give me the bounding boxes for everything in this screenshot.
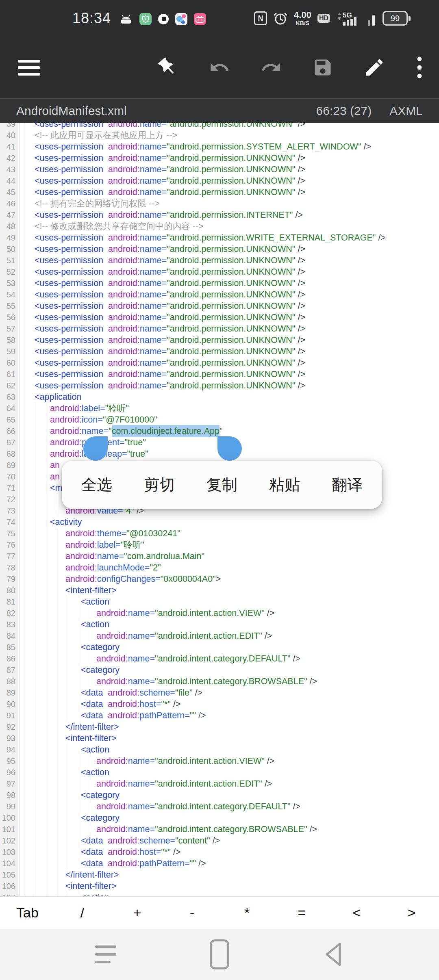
code-line[interactable]: 92</intent-filter> [0,721,439,733]
token-tag: <category [81,790,120,800]
overflow-menu-button[interactable] [400,43,439,92]
token-tag: <uses-permission [35,187,103,197]
pin-button[interactable] [142,43,193,92]
symbol-key[interactable]: Tab [0,897,55,929]
code-line[interactable]: 52<uses-permission android:name="android… [0,266,439,278]
code-line[interactable]: 65android:icon="@7F010000" [0,414,439,425]
code-line[interactable]: 96<action [0,767,439,778]
selection-handle-right[interactable] [217,436,242,461]
code-line[interactable]: 89<data android:scheme="file" /> [0,687,439,698]
undo-button[interactable] [193,43,245,92]
symbol-key[interactable]: - [165,897,220,929]
code-line[interactable]: 54<uses-permission android:name="android… [0,289,439,300]
code-line[interactable]: 80<intent-filter> [0,585,439,596]
code-line[interactable]: 60<uses-permission android:name="android… [0,357,439,369]
context-menu-item[interactable]: 翻译 [332,475,363,495]
code-text: <uses-permission android:name="android.p… [35,323,305,334]
code-line[interactable]: 105</intent-filter> [0,869,439,880]
code-line[interactable]: 79android:configChanges="0x000004A0"> [0,573,439,585]
code-line[interactable]: 45<uses-permission android:name="android… [0,186,439,198]
token-val: "android.intent.action.VIEW" [155,608,265,618]
code-line[interactable]: 51<uses-permission android:name="android… [0,255,439,266]
symbol-key[interactable]: < [329,897,384,929]
code-line[interactable]: 100<category [0,812,439,824]
context-menu-item[interactable]: 粘贴 [269,475,300,495]
back-button[interactable] [309,934,358,975]
code-line[interactable]: 99android:name="android.intent.category.… [0,801,439,812]
code-text: <category [81,812,120,824]
code-line[interactable]: 56<uses-permission android:name="android… [0,312,439,323]
code-line[interactable]: 46<!-- 拥有完全的网络访问权限 --> [0,198,439,209]
code-line[interactable]: 49<uses-permission android:name="android… [0,232,439,243]
code-line[interactable]: 97android:name="android.intent.action.ED… [0,778,439,789]
code-line[interactable]: 75android:theme="@01030241" [0,528,439,539]
code-line[interactable]: 66android:name="com.cloudinject.feature.… [0,425,439,437]
code-line[interactable]: 47<uses-permission android:name="android… [0,209,439,221]
code-line[interactable]: 55<uses-permission android:name="android… [0,300,439,312]
file-format-badge[interactable]: AXML [389,104,423,118]
code-line[interactable]: 104<data android:pathPattern="" /> [0,858,439,869]
code-line[interactable]: 48<!-- 修改或删除您共享存储空间中的内容 --> [0,221,439,232]
code-line[interactable]: 103<data android:host="*" /> [0,846,439,858]
token-tag: <activity [50,517,82,527]
code-line[interactable]: 64android:label="聆听" [0,403,439,414]
code-line[interactable]: 85<category [0,642,439,653]
code-editor[interactable]: 39<uses-permission android:name="android… [0,123,439,896]
context-menu-item[interactable]: 剪切 [144,475,175,495]
code-line[interactable]: 98<category [0,789,439,801]
recents-button[interactable] [81,934,130,975]
code-line[interactable]: 88android:name="android.intent.category.… [0,676,439,687]
code-line[interactable]: 42<uses-permission android:name="android… [0,152,439,164]
code-line[interactable]: 40<!-- 此应用可显示在其他应用上方 --> [0,130,439,141]
code-line[interactable]: 77android:name="com.androlua.Main" [0,551,439,562]
code-line[interactable]: 61<uses-permission android:name="android… [0,369,439,380]
code-line[interactable]: 91<data android:pathPattern="" /> [0,710,439,721]
code-line[interactable]: 82android:name="android.intent.action.VI… [0,607,439,619]
code-line[interactable]: 93<intent-filter> [0,733,439,744]
code-line[interactable]: 81<action [0,596,439,607]
code-line[interactable]: 53<uses-permission android:name="android… [0,278,439,289]
file-tab-bar[interactable]: AndroidManifest.xml 66:23 (27) AXML [0,98,439,123]
code-line[interactable]: 74<activity [0,516,439,528]
selection-handle-left[interactable] [83,436,108,461]
code-line[interactable]: 87<category [0,664,439,676]
code-line[interactable]: 50<uses-permission android:name="android… [0,243,439,255]
context-menu-item[interactable]: 复制 [206,475,237,495]
code-line[interactable]: 62<uses-permission android:name="android… [0,380,439,391]
symbol-key[interactable]: = [274,897,329,929]
symbol-key[interactable]: * [220,897,274,929]
code-line[interactable]: 76android:label="聆听" [0,539,439,551]
symbol-key[interactable]: / [55,897,110,929]
code-line[interactable]: 41<uses-permission android:name="android… [0,141,439,152]
context-menu-item[interactable]: 全选 [81,475,112,495]
code-line[interactable]: 107<action [0,892,439,896]
token-attr: name= [140,358,167,368]
code-line[interactable]: 84android:name="android.intent.action.ED… [0,630,439,642]
code-line[interactable]: 86android:name="android.intent.category.… [0,653,439,664]
home-button[interactable] [195,934,244,975]
edit-button[interactable] [348,43,400,92]
code-line[interactable]: 44<uses-permission android:name="android… [0,175,439,186]
menu-button[interactable] [18,60,40,76]
code-line[interactable]: 39<uses-permission android:name="android… [0,123,439,130]
code-line[interactable]: 95android:name="android.intent.action.VI… [0,755,439,767]
save-button[interactable] [297,43,348,92]
symbol-key[interactable]: + [110,897,165,929]
code-line[interactable]: 101android:name="android.intent.category… [0,824,439,835]
redo-button[interactable] [245,43,297,92]
code-line[interactable]: 59<uses-permission android:name="android… [0,346,439,357]
code-line[interactable]: 83<action [0,619,439,630]
code-line[interactable]: 102<data android:scheme="content" /> [0,835,439,846]
file-name[interactable]: AndroidManifest.xml [0,104,127,118]
code-line[interactable]: 57<uses-permission android:name="android… [0,323,439,334]
code-line[interactable]: 58<uses-permission android:name="android… [0,334,439,346]
code-line[interactable]: 78android:launchMode="2" [0,562,439,573]
code-line[interactable]: 43<uses-permission android:name="android… [0,164,439,175]
indent-guides [24,812,90,824]
code-line[interactable]: 63<application [0,391,439,403]
code-line[interactable]: 90<data android:host="*" /> [0,698,439,710]
code-line[interactable]: 106<intent-filter> [0,880,439,892]
symbol-key[interactable]: > [384,897,439,929]
code-line[interactable]: 94<action [0,744,439,755]
selected-text[interactable]: com.cloudinject.feature.App [112,426,220,436]
